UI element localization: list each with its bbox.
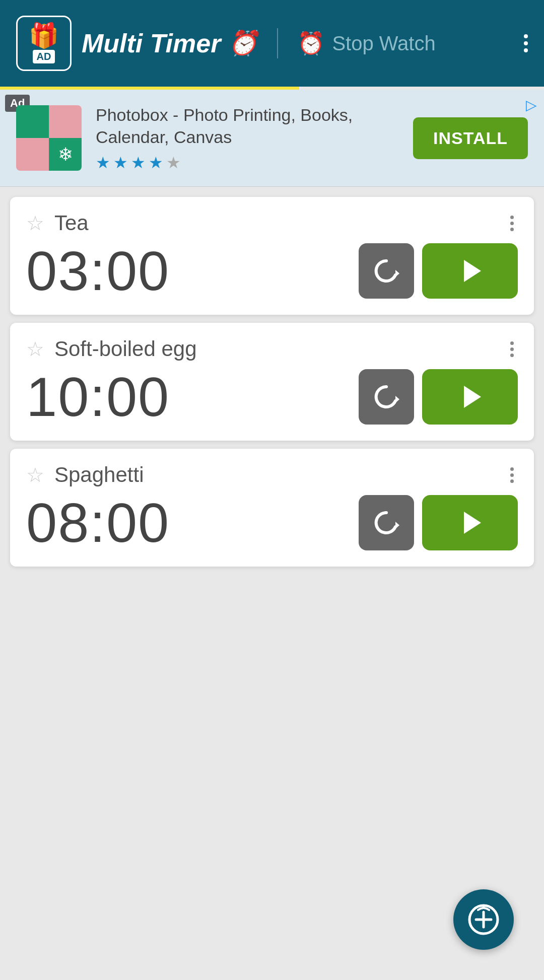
timer-star-egg[interactable]: ☆ (26, 337, 44, 361)
timer-star-spaghetti[interactable]: ☆ (26, 463, 44, 486)
timer-card-left-egg: ☆ Soft-boiled egg (26, 337, 197, 361)
svg-marker-4 (395, 522, 399, 529)
header-more-button[interactable] (524, 34, 528, 52)
timer-card-body-spaghetti: 08:00 (26, 495, 518, 550)
app-clock-icon: ⏰ (228, 29, 258, 57)
timer-name-egg: Soft-boiled egg (54, 337, 197, 361)
logo-icon: 🎁 (29, 24, 59, 48)
timer-display-egg: 10:00 (26, 369, 170, 425)
ad-snowflake-icon: ❄ (58, 144, 73, 165)
app-name: Multi Timer ⏰ (82, 28, 258, 58)
timer-card-header-spaghetti: ☆ Spaghetti (26, 463, 518, 487)
stopwatch-label: Stop Watch (332, 32, 435, 55)
timer-reset-egg[interactable] (359, 369, 414, 425)
svg-marker-2 (395, 396, 399, 403)
timer-card-egg: ☆ Soft-boiled egg 10:00 (10, 323, 534, 441)
timer-controls-egg (359, 369, 518, 425)
timers-container: ☆ Tea 03:00 (0, 187, 544, 577)
app-name-text: Multi Timer (82, 28, 221, 58)
add-timer-fab[interactable] (453, 889, 514, 950)
ad-title: Photobox - Photo Printing, Books, Calend… (96, 104, 399, 148)
ad-arrow-icon: ▷ (526, 97, 537, 113)
ad-banner: Ad ❄ Photobox - Photo Printing, Books, C… (0, 90, 544, 187)
ad-content: Photobox - Photo Printing, Books, Calend… (96, 104, 399, 172)
timer-card-left-spaghetti: ☆ Spaghetti (26, 463, 144, 487)
timer-display-tea: 03:00 (26, 243, 170, 299)
star-4: ★ (149, 153, 163, 172)
timer-display-spaghetti: 08:00 (26, 495, 170, 550)
timer-more-spaghetti[interactable] (506, 463, 518, 487)
header-divider (277, 28, 278, 58)
timer-card-tea: ☆ Tea 03:00 (10, 197, 534, 315)
timer-more-egg[interactable] (506, 337, 518, 361)
star-3: ★ (131, 153, 146, 172)
ad-image: ❄ (16, 105, 82, 171)
timer-card-header-tea: ☆ Tea (26, 211, 518, 235)
timer-controls-spaghetti (359, 495, 518, 550)
star-2: ★ (113, 153, 128, 172)
svg-marker-3 (464, 386, 481, 408)
timer-reset-spaghetti[interactable] (359, 495, 414, 550)
timer-reset-tea[interactable] (359, 243, 414, 299)
timer-controls-tea (359, 243, 518, 299)
timer-name-tea: Tea (54, 211, 89, 235)
app-logo: 🎁 AD (16, 16, 72, 71)
timer-card-header-egg: ☆ Soft-boiled egg (26, 337, 518, 361)
timer-name-spaghetti: Spaghetti (54, 463, 144, 487)
timer-play-egg[interactable] (422, 369, 518, 425)
timer-more-tea[interactable] (506, 212, 518, 235)
svg-marker-0 (395, 270, 399, 277)
stopwatch-nav[interactable]: ⏰ Stop Watch (297, 30, 435, 56)
timer-card-body-tea: 03:00 (26, 243, 518, 299)
timer-card-body-egg: 10:00 (26, 369, 518, 425)
star-5: ★ (166, 153, 181, 172)
stopwatch-icon: ⏰ (297, 30, 325, 56)
timer-play-tea[interactable] (422, 243, 518, 299)
header-title-group: Multi Timer ⏰ ⏰ Stop Watch (82, 28, 524, 58)
svg-marker-5 (464, 512, 481, 534)
ad-stars: ★ ★ ★ ★ ★ (96, 153, 399, 172)
app-header: 🎁 AD Multi Timer ⏰ ⏰ Stop Watch (0, 0, 544, 87)
timer-play-spaghetti[interactable] (422, 495, 518, 550)
timer-star-tea[interactable]: ☆ (26, 212, 44, 235)
ad-install-button[interactable]: INSTALL (413, 117, 528, 159)
star-1: ★ (96, 153, 110, 172)
timer-card-left-tea: ☆ Tea (26, 211, 89, 235)
logo-ad-badge: AD (33, 50, 55, 63)
timer-card-spaghetti: ☆ Spaghetti 08:00 (10, 449, 534, 567)
svg-marker-1 (464, 260, 481, 282)
